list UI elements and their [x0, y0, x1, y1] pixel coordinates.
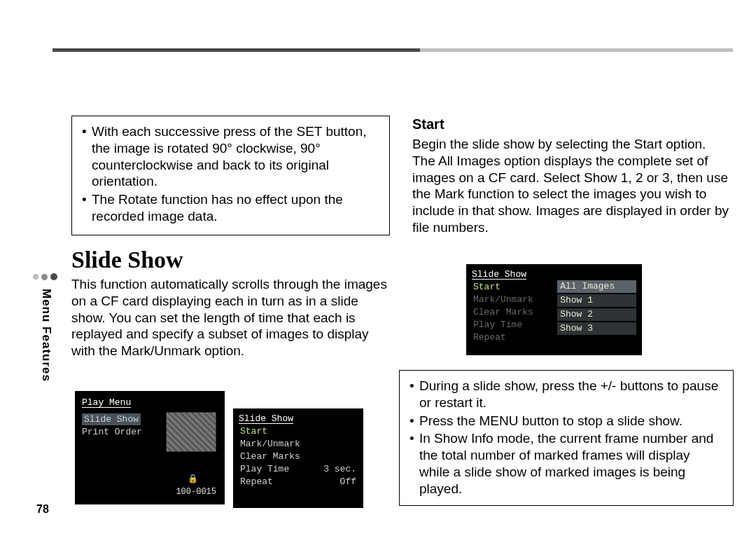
note-item: During a slide show, press the +/- butto… — [410, 378, 723, 411]
note-item: Press the MENU button to stop a slide sh… — [410, 413, 723, 430]
note-box-rotate: With each successive press of the SET bu… — [71, 116, 390, 235]
note-item: The Rotate function has no effect upon t… — [82, 191, 379, 225]
heading-start: Start — [412, 116, 731, 133]
page-number: 78 — [36, 503, 49, 516]
dot-icon — [33, 274, 38, 280]
menu-item: Mark/Unmark — [240, 438, 300, 451]
camera-screen-slideshow-start: Slide Show Start Mark/Unmark Clear Marks… — [466, 264, 642, 355]
heading-slide-show: Slide Show — [71, 245, 390, 275]
rule-light — [420, 48, 733, 52]
note-item: With each successive press of the SET bu… — [82, 123, 379, 190]
camera-screen-play-menu: Play Menu Slide Show Print Order 🔒 100-0… — [75, 391, 225, 504]
menu-item: Start — [472, 281, 557, 294]
side-dots — [33, 273, 57, 280]
menu-item: Start — [240, 425, 267, 438]
dot-icon — [41, 274, 48, 280]
menu-item: Repeat — [240, 476, 273, 488]
menu-item-selected: Slide Show — [82, 413, 141, 426]
menu-item: Mark/Unmark — [472, 294, 557, 306]
paragraph: The All Images option displays the compl… — [412, 153, 731, 236]
lock-icon: 🔒 — [188, 474, 198, 485]
screen-title: Play Menu — [82, 397, 218, 409]
paragraph: Begin the slide show by selecting the St… — [412, 136, 731, 153]
screen-title: Slide Show — [239, 413, 358, 425]
submenu-item: Show 1 — [557, 294, 636, 307]
paragraph: This function automatically scrolls thro… — [71, 276, 390, 359]
camera-screen-slideshow-menu: Slide Show Start Mark/Unmark Clear Marks… — [233, 408, 363, 508]
header-rule — [52, 48, 733, 52]
file-number: 100-0015 — [176, 486, 216, 497]
submenu-item: Show 3 — [557, 322, 636, 335]
left-column: With each successive press of the SET bu… — [71, 116, 390, 359]
note-item: In Show Info mode, the current frame num… — [410, 430, 723, 497]
menu-item: Repeat — [472, 331, 557, 344]
submenu-item: Show 2 — [557, 308, 636, 321]
note-box-slideshow: During a slide show, press the +/- butto… — [399, 370, 734, 513]
section-label: Menu Features — [39, 289, 53, 382]
thumbnail-image — [166, 412, 216, 452]
submenu-item: All Images — [557, 280, 636, 293]
dot-icon — [50, 273, 57, 280]
menu-item: Play Time — [240, 463, 289, 476]
screen-title: Slide Show — [472, 268, 557, 281]
menu-value: Off — [340, 476, 356, 488]
menu-value: 3 sec. — [323, 463, 356, 476]
menu-item: Clear Marks — [472, 306, 557, 319]
menu-item: Clear Marks — [240, 451, 300, 463]
menu-item: Play Time — [472, 319, 557, 331]
rule-dark — [52, 48, 420, 52]
